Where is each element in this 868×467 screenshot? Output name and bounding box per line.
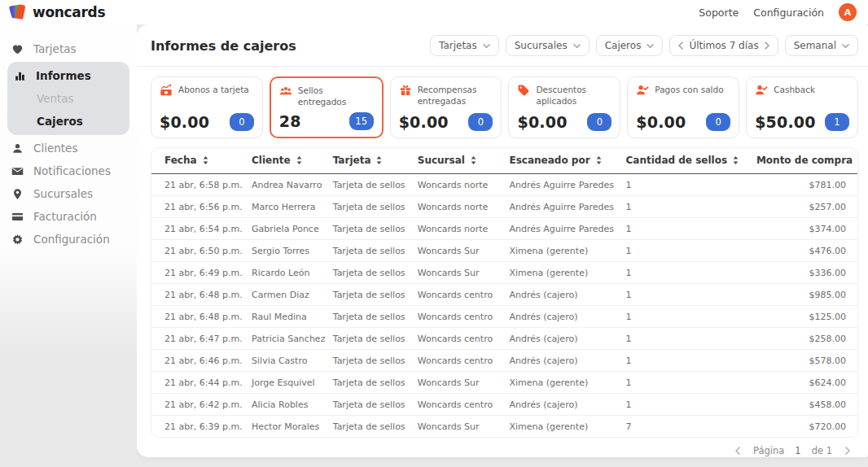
column-header-fecha[interactable]: Fecha: [151, 148, 247, 174]
cell-cantidad-de-sellos: 1: [621, 240, 752, 262]
filter-tarjetas[interactable]: Tarjetas: [430, 35, 499, 56]
stat-card-sellos-entregados[interactable]: Sellos entregados2815: [270, 76, 384, 138]
cell-cantidad-de-sellos: 1: [621, 218, 752, 240]
cell-cliente: Patricia Sanchez: [247, 328, 328, 350]
sidebar-item-label: Notificaciones: [33, 164, 111, 177]
table-row: 21 abr, 6:44 p.m.Jorge EsquivelTarjeta d…: [151, 372, 857, 394]
cell-sucursal: Woncards centro: [413, 306, 505, 328]
stat-card-cashback[interactable]: Cashback$50.001: [746, 76, 858, 138]
cell-escaneado-por: Ximena (gerente): [504, 372, 620, 394]
cell-monto-de-compra: $624.00: [752, 372, 857, 394]
column-header-label: Sucursal: [418, 155, 465, 166]
cell-fecha: 21 abr, 6:50 p.m.: [151, 240, 247, 262]
app-logo[interactable]: woncards: [8, 2, 105, 22]
chevron-down-icon: [483, 43, 490, 49]
cell-escaneado-por: Andrés Aguirre Paredes: [504, 218, 620, 240]
woncards-logo-icon: [8, 2, 28, 22]
cell-cantidad-de-sellos: 1: [621, 394, 752, 416]
cell-tarjeta: Tarjeta de sellos: [328, 328, 413, 350]
cell-tarjeta: Tarjeta de sellos: [328, 284, 413, 306]
configuration-link[interactable]: Configuración: [753, 7, 824, 19]
filter-date-range[interactable]: Últimos 7 días: [669, 35, 778, 56]
sidebar-item-tarjetas[interactable]: Tarjetas: [0, 37, 137, 60]
stat-card-pagos-con-saldo[interactable]: Pagos con saldo$0.000: [627, 76, 739, 138]
gift-icon: [399, 84, 412, 97]
filter-sucursales[interactable]: Sucursales: [506, 35, 590, 56]
people-icon: [279, 85, 292, 98]
sidebar-item-sucursales[interactable]: Sucursales: [0, 182, 137, 205]
stat-title: Recompensas entregadas: [418, 85, 493, 107]
sidebar-item-facturacion[interactable]: Facturación: [0, 205, 137, 228]
sidebar-item-label: Configuración: [33, 233, 110, 246]
sidebar-item-informes[interactable]: Informes: [7, 64, 129, 87]
person-check-icon: [636, 84, 649, 97]
column-header-monto-de-compra[interactable]: Monto de compra: [752, 148, 857, 174]
cell-cliente: Raul Medina: [247, 306, 328, 328]
stat-card-abonos-a-tarjeta[interactable]: Abonos a tarjeta$0.000: [151, 76, 263, 138]
person-icon: [11, 142, 24, 155]
table-row: 21 abr, 6:46 p.m.Silvia CastroTarjeta de…: [151, 350, 857, 372]
sidebar-item-configuracion[interactable]: Configuración: [0, 228, 137, 251]
cell-fecha: 21 abr, 6:49 p.m.: [151, 262, 247, 284]
stat-card-descuentos-aplicados[interactable]: Descuentos aplicados$0.000: [508, 76, 620, 138]
cell-cantidad-de-sellos: 1: [621, 372, 752, 394]
stat-title: Abonos a tarjeta: [178, 85, 249, 96]
sidebar-item-clientes[interactable]: Clientes: [0, 137, 137, 159]
filter-cajeros[interactable]: Cajeros: [596, 35, 664, 56]
support-link[interactable]: Soporte: [699, 7, 739, 19]
map-pin-icon: [11, 188, 24, 200]
cell-sucursal: Woncards norte: [413, 196, 505, 218]
page-next-icon[interactable]: [845, 447, 850, 455]
heart-icon: [11, 43, 24, 55]
sidebar-item-cajeros[interactable]: Cajeros: [7, 110, 129, 133]
table-row: 21 abr, 6:49 p.m.Ricardo LeónTarjeta de …: [151, 262, 857, 284]
cell-cliente: Alicia Robles: [247, 394, 328, 416]
cell-monto-de-compra: $781.00: [752, 174, 857, 196]
sort-icon: [471, 155, 476, 167]
cell-escaneado-por: Andrés Aguirre Paredes: [504, 174, 620, 196]
cell-monto-de-compra: $336.00: [752, 262, 857, 284]
column-header-cliente[interactable]: Cliente: [247, 148, 328, 174]
column-header-sucursal[interactable]: Sucursal: [413, 148, 505, 174]
chevron-left-icon: [678, 41, 683, 50]
credit-card-icon: [11, 211, 24, 223]
cell-cantidad-de-sellos: 1: [621, 174, 752, 196]
user-avatar[interactable]: A: [839, 3, 857, 21]
table-row: 21 abr, 6:48 p.m.Raul MedinaTarjeta de s…: [151, 306, 857, 328]
filter-label: Cajeros: [605, 40, 642, 51]
cell-escaneado-por: Andrés (cajero): [504, 394, 620, 416]
cell-fecha: 21 abr, 6:48 p.m.: [151, 306, 247, 328]
cell-sucursal: Woncards norte: [413, 218, 505, 240]
sort-icon: [596, 155, 602, 167]
filter-label: Tarjetas: [439, 40, 477, 51]
stat-card-values: $0.000: [517, 113, 612, 131]
cell-monto-de-compra: $985.00: [752, 284, 857, 306]
person-check-icon: [755, 84, 768, 97]
cell-fecha: 21 abr, 6:42 p.m.: [151, 394, 247, 416]
stat-badge: 0: [468, 113, 493, 131]
stat-title: Cashback: [774, 85, 815, 96]
cell-fecha: 21 abr, 6:47 p.m.: [151, 328, 247, 350]
filter-label: Semanal: [794, 40, 836, 51]
cell-cantidad-de-sellos: 1: [621, 306, 752, 328]
filter-label: Últimos 7 días: [689, 40, 758, 51]
column-header-tarjeta[interactable]: Tarjeta: [328, 148, 413, 174]
filter-semanal[interactable]: Semanal: [785, 35, 858, 56]
page-prev-icon[interactable]: [735, 447, 740, 455]
cell-fecha: 21 abr, 6:44 p.m.: [151, 372, 247, 394]
cell-cliente: Carmen Diaz: [247, 284, 328, 306]
cell-cliente: Silvia Castro: [247, 350, 328, 372]
table-body: 21 abr, 6:58 p.m.Andrea NavarroTarjeta d…: [151, 174, 857, 438]
gear-icon: [11, 234, 24, 246]
cell-tarjeta: Tarjeta de sellos: [328, 416, 413, 438]
cell-monto-de-compra: $257.00: [752, 196, 857, 218]
column-header-escaneado-por[interactable]: Escaneado por: [504, 148, 620, 174]
sidebar-item-ventas[interactable]: Ventas: [7, 87, 129, 110]
cell-cliente: Hector Morales: [247, 416, 328, 438]
column-header-cantidad-de-sellos[interactable]: Cantidad de sellos: [621, 148, 752, 174]
sidebar-item-notificaciones[interactable]: Notificaciones: [0, 159, 137, 182]
sort-icon: [733, 155, 739, 167]
stat-card-recompensas-entregadas[interactable]: Recompensas entregadas$0.000: [390, 76, 502, 138]
cell-cantidad-de-sellos: 1: [621, 284, 752, 306]
sort-icon: [203, 155, 208, 167]
